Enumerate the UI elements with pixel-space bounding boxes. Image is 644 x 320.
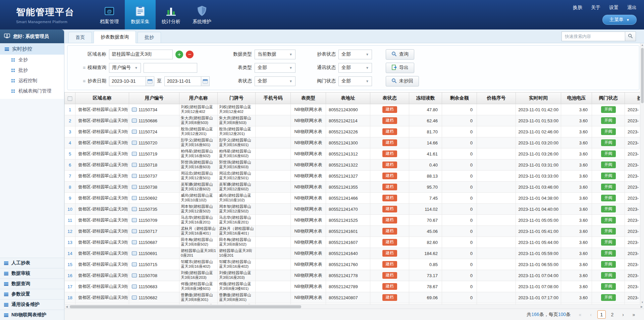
- price-seq-cell: [477, 215, 516, 226]
- table-row[interactable]: 6曾都区-碧桂园翠山蓝天3街11150718郭世强(碧桂园翠山蓝天3街16座60…: [65, 159, 644, 171]
- quick-search-input[interactable]: [561, 31, 625, 41]
- about-link[interactable]: 关于: [591, 5, 600, 11]
- area-name-input[interactable]: [109, 50, 173, 59]
- date-from-input[interactable]: [109, 76, 146, 86]
- prev-page-button[interactable]: ‹: [587, 310, 595, 319]
- dots-icon: [11, 58, 13, 60]
- user-name-cell: 刘俊(碧桂园翠山蓝天3街16座203): [179, 270, 218, 281]
- tab-meter-data-query[interactable]: 抄表数据查询: [94, 31, 136, 43]
- meter-state-select[interactable]: 全部 ▼: [255, 76, 296, 86]
- date-to-input[interactable]: [164, 76, 201, 86]
- select-all-header[interactable]: [65, 92, 75, 104]
- valve-status-select[interactable]: 全部 ▼: [338, 76, 372, 86]
- meter-status-cell: 建档: [370, 281, 409, 292]
- table-row[interactable]: 8曾都区-碧桂园翠山蓝天3街11150738吴军娜(碧桂园翠山蓝天3街12座60…: [65, 182, 644, 193]
- tab-batch-read[interactable]: 批抄: [138, 32, 161, 43]
- last-page-button[interactable]: »: [630, 310, 638, 319]
- meter-addr-cell: 805521241601: [326, 226, 370, 237]
- nav-item-archive[interactable]: @ 档案管理: [94, 0, 125, 29]
- meter-status-cell: 建档: [370, 237, 409, 248]
- filter-row-3: ≡抄表日期 至: [73, 74, 639, 88]
- valve-status-label: 阀门状态: [307, 78, 336, 84]
- tab-home[interactable]: 首页: [68, 32, 92, 43]
- meter-type-select[interactable]: 全部 ▼: [255, 63, 296, 73]
- calendar-icon[interactable]: [201, 76, 210, 86]
- valve-status-cell: 开阀: [592, 204, 625, 215]
- sidebar-item-valve-mgmt[interactable]: 机械表阀门管理: [0, 86, 64, 96]
- data-type-label: 数据类型: [225, 51, 252, 57]
- door-no-cell: 威尚(碧桂园翠山蓝天3街10座102): [218, 193, 256, 204]
- table-row[interactable]: 1曾都区-碧桂园翠山蓝天3街11150734刘权(碧桂园翠山蓝天3街12座402…: [65, 104, 644, 115]
- sidebar-item-label: 机械表阀门管理: [18, 88, 51, 94]
- data-type-select[interactable]: 当前数据 ▼: [255, 50, 296, 59]
- scroll-right-icon[interactable]: ▶: [639, 305, 644, 309]
- next-page-button[interactable]: ›: [619, 310, 627, 319]
- table-row[interactable]: 14曾都区-碧桂园翠山蓝天3街11150691碧桂园翠山蓝天3街10座201碧桂…: [65, 248, 644, 259]
- nav-item-maintenance[interactable]: 系统维护: [186, 0, 217, 29]
- read-status-select[interactable]: 全部 ▼: [338, 50, 372, 59]
- nav-item-stats[interactable]: 统计分析: [156, 0, 186, 29]
- sidebar-item-realtime-reading[interactable]: 实时抄控: [0, 43, 64, 55]
- nav-label: 档案管理: [100, 19, 119, 25]
- scroll-up-icon[interactable]: ▲: [640, 43, 644, 47]
- scroll-left-icon[interactable]: ◀: [64, 305, 69, 309]
- nav-item-data-collect[interactable]: 数据采集: [125, 0, 156, 29]
- main-menu-button[interactable]: 主菜单 ▼: [602, 15, 637, 25]
- table-row[interactable]: 7曾都区-碧桂园翠山蓝天3街11150737周运忠(碧桂园翠山蓝天3街12座50…: [65, 171, 644, 182]
- table-row[interactable]: 13曾都区-碧桂园翠山蓝天3街11150687田冬梅(碧桂园翠山蓝天3街8座50…: [65, 237, 644, 248]
- sidebar-item-param-settings[interactable]: 参数设置: [0, 289, 64, 299]
- sidebar-item-data-review[interactable]: 数据审核: [0, 268, 64, 278]
- scroll-down-icon[interactable]: ▼: [640, 301, 644, 305]
- meter-card-icon: [132, 251, 137, 255]
- meter-type-cell: NB物联网水表: [291, 126, 326, 137]
- sidebar-item-full-read[interactable]: 全抄: [0, 55, 64, 65]
- settings-link[interactable]: 设置: [609, 5, 619, 11]
- unread-button[interactable]: 未抄回: [386, 76, 419, 86]
- table-row[interactable]: 10曾都区-碧桂园翠山蓝天3街11150735周本智(碧桂园翠山蓝天3街12座5…: [65, 204, 644, 215]
- table-row[interactable]: 5曾都区-碧桂园翠山蓝天3街11150719柏伟星(碧桂园翠山蓝天3街16座60…: [65, 148, 644, 159]
- horizontal-scroll-thumb[interactable]: [70, 305, 301, 308]
- table-row[interactable]: 9曾都区-碧桂园翠山蓝天3街11150692威尚(碧桂园翠山蓝天3街10座102…: [65, 193, 644, 204]
- add-area-button[interactable]: +: [175, 51, 183, 58]
- table-row[interactable]: 18曾都区-碧桂园翠山蓝天3街11150682曾鹏傲(碧桂园翠山蓝天3街8座30…: [65, 292, 644, 303]
- nav-label: 系统维护: [193, 19, 211, 25]
- table-row[interactable]: 12曾都区-碧桂园翠山蓝天3街11150717孟秋月（碧桂园翠山蓝天3街16座4…: [65, 226, 644, 237]
- realtime-cell: 2023-11-01 03:26:00: [516, 148, 561, 159]
- skin-link[interactable]: 换肤: [573, 5, 582, 11]
- tab-label: 批抄: [145, 35, 154, 41]
- sidebar-item-remote-control[interactable]: 远程控制: [0, 75, 64, 86]
- table-row[interactable]: 15曾都区-碧桂园翠山蓝天3街11150715邹耀东(碧桂园翠山蓝天3街16座4…: [65, 259, 644, 270]
- table-row[interactable]: 16曾都区-碧桂园翠山蓝天3街11150708刘俊(碧桂园翠山蓝天3街16座20…: [65, 270, 644, 281]
- page-button-1[interactable]: 1: [597, 310, 606, 319]
- comm-status-select[interactable]: 全部 ▼: [338, 63, 372, 73]
- logout-link[interactable]: 退出: [627, 5, 637, 11]
- fuzzy-field-select[interactable]: 用户编号 ▼: [109, 63, 141, 73]
- vertical-scrollbar[interactable]: ▲ ▼: [640, 43, 644, 305]
- sidebar-item-nb-meter-maintenance[interactable]: NB物联网表维护: [0, 310, 64, 320]
- realtime-cell: 2023-11-01 03:20:00: [516, 137, 561, 148]
- export-button[interactable]: 导出: [386, 63, 414, 73]
- query-button[interactable]: 查询: [386, 49, 414, 60]
- table-row[interactable]: 17曾都区-碧桂园翠山蓝天3街11150683何薇(碧桂园翠山蓝天3街8座3楼6…: [65, 281, 644, 292]
- sidebar-item-manual-reading[interactable]: 人工抄表: [0, 258, 64, 268]
- table-row[interactable]: 2曾都区-碧桂园翠山蓝天3街11150686朱大庆(碧桂园翠山蓝天3街8座503…: [65, 115, 644, 126]
- voltage-cell: 3.60: [561, 215, 592, 226]
- calendar-icon[interactable]: [146, 76, 154, 86]
- meter-type-cell: NB物联网水表: [291, 292, 326, 303]
- page-button-2[interactable]: 2: [608, 310, 616, 319]
- fuzzy-query-input[interactable]: [144, 63, 197, 73]
- user-name-cell: 彭学义(碧桂园翠山蓝天3街16座601): [179, 137, 218, 148]
- meter-card-icon: [132, 185, 137, 189]
- sidebar-item-data-query[interactable]: 数据查询: [0, 278, 64, 289]
- table-row[interactable]: 11曾都区-碧桂园翠山蓝天3街11150709马志华(碧桂园翠山蓝天3街16座2…: [65, 215, 644, 226]
- remove-area-button[interactable]: −: [186, 51, 194, 58]
- sidebar-item-batch-read[interactable]: 批抄: [0, 65, 64, 75]
- first-page-button[interactable]: «: [576, 310, 584, 319]
- user-name-cell: 郭世强(碧桂园翠山蓝天3街16座603): [179, 159, 218, 171]
- vertical-scroll-thumb[interactable]: [641, 48, 644, 103]
- table-row[interactable]: 3曾都区-碧桂园翠山蓝天3街11150724殷浩(碧桂园翠山蓝天3街12座201…: [65, 126, 644, 137]
- sidebar-item-device-maintenance[interactable]: 通用设备维护: [0, 299, 64, 310]
- horizontal-scrollbar[interactable]: ◀ ▶: [64, 304, 644, 309]
- quick-search-button[interactable]: [625, 31, 636, 41]
- table-row[interactable]: 4曾都区-碧桂园翠山蓝天3街11150720彭学义(碧桂园翠山蓝天3街16座60…: [65, 137, 644, 148]
